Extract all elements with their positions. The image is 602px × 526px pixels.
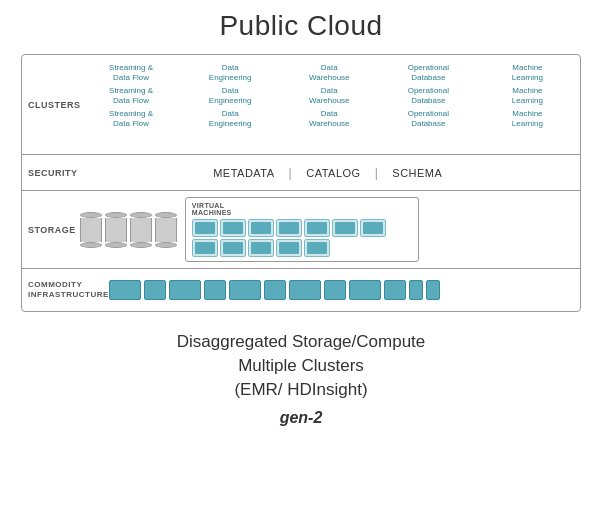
cluster-item: Streaming &Data Flow <box>85 86 178 105</box>
vm-icon <box>248 239 274 257</box>
security-metadata: METADATA <box>213 167 274 179</box>
security-content: METADATA | CATALOG | SCHEMA <box>82 166 574 180</box>
commodity-label: COMMODITYINFRASTRUCTURE <box>28 280 109 301</box>
storage-label: STORAGE <box>28 225 80 235</box>
vm-icon <box>360 219 386 237</box>
vm-icon <box>276 239 302 257</box>
footer-description: Disaggregated Storage/ComputeMultiple Cl… <box>177 330 426 401</box>
bottom-section: Disaggregated Storage/ComputeMultiple Cl… <box>177 330 426 427</box>
storage-content: VIRTUALMACHINES <box>80 197 574 262</box>
commodity-bars <box>109 280 574 300</box>
security-schema: SCHEMA <box>392 167 442 179</box>
commodity-bar <box>169 280 201 300</box>
security-label: SECURITY <box>28 168 82 178</box>
storage-cylinders <box>80 212 177 248</box>
vm-icon <box>220 239 246 257</box>
vm-inner <box>195 222 215 234</box>
vm-inner <box>279 222 299 234</box>
cluster-item: OperationalDatabase <box>382 109 475 128</box>
cluster-item: DataWarehouse <box>283 86 376 105</box>
security-sep-1: | <box>289 166 293 180</box>
clusters-label: CLUSTERS <box>28 63 85 146</box>
cluster-row-1: Streaming &Data Flow DataEngineering Dat… <box>85 63 574 82</box>
commodity-bar <box>324 280 346 300</box>
commodity-bar <box>204 280 226 300</box>
commodity-bar <box>349 280 381 300</box>
cluster-item: DataEngineering <box>184 86 277 105</box>
gen-label: gen-2 <box>177 409 426 427</box>
commodity-bar <box>144 280 166 300</box>
vm-inner <box>279 242 299 254</box>
security-catalog: CATALOG <box>306 167 360 179</box>
commodity-bar <box>109 280 141 300</box>
clusters-row: CLUSTERS Streaming &Data Flow DataEngine… <box>22 55 580 155</box>
diagram-container: CLUSTERS Streaming &Data Flow DataEngine… <box>21 54 581 312</box>
vm-inner <box>335 222 355 234</box>
cylinder-3 <box>130 212 152 248</box>
cylinder-bottom <box>105 242 127 248</box>
vm-inner <box>251 222 271 234</box>
cylinder-2 <box>105 212 127 248</box>
cluster-item: OperationalDatabase <box>382 86 475 105</box>
vm-inner <box>307 222 327 234</box>
vm-inner <box>307 242 327 254</box>
vm-inner <box>223 242 243 254</box>
vm-inner <box>363 222 383 234</box>
cluster-item: Streaming &Data Flow <box>85 63 178 82</box>
cylinder-body <box>80 218 102 242</box>
vm-icon <box>192 239 218 257</box>
cylinder-4 <box>155 212 177 248</box>
storage-row: STORAGE <box>22 191 580 269</box>
vm-icon <box>192 219 218 237</box>
cylinder-body <box>130 218 152 242</box>
cylinder-body <box>105 218 127 242</box>
vm-icon <box>304 219 330 237</box>
clusters-grid: Streaming &Data Flow DataEngineering Dat… <box>85 63 574 146</box>
commodity-bar <box>409 280 423 300</box>
vm-icon <box>220 219 246 237</box>
security-row: SECURITY METADATA | CATALOG | SCHEMA <box>22 155 580 191</box>
vm-icons <box>192 219 412 257</box>
vm-icon <box>332 219 358 237</box>
vm-icon <box>248 219 274 237</box>
cluster-item: DataWarehouse <box>283 109 376 128</box>
vm-section: VIRTUALMACHINES <box>185 197 419 262</box>
vm-inner <box>223 222 243 234</box>
cluster-item: MachineLearning <box>481 86 574 105</box>
page-title: Public Cloud <box>219 10 382 42</box>
cylinder-bottom <box>130 242 152 248</box>
cluster-item: DataWarehouse <box>283 63 376 82</box>
vm-label: VIRTUALMACHINES <box>192 202 232 216</box>
commodity-bar <box>264 280 286 300</box>
cluster-row-2: Streaming &Data Flow DataEngineering Dat… <box>85 86 574 105</box>
cluster-row-3: Streaming &Data Flow DataEngineering Dat… <box>85 109 574 128</box>
commodity-bar <box>426 280 440 300</box>
vm-inner <box>251 242 271 254</box>
cylinder-bottom <box>80 242 102 248</box>
cluster-item: DataEngineering <box>184 63 277 82</box>
cylinder-body <box>155 218 177 242</box>
cluster-item: DataEngineering <box>184 109 277 128</box>
commodity-bar <box>289 280 321 300</box>
commodity-row: COMMODITYINFRASTRUCTURE <box>22 269 580 311</box>
vm-icon <box>304 239 330 257</box>
cluster-item: MachineLearning <box>481 109 574 128</box>
vm-inner <box>195 242 215 254</box>
cylinder-1 <box>80 212 102 248</box>
cluster-item: OperationalDatabase <box>382 63 475 82</box>
security-sep-2: | <box>375 166 379 180</box>
cylinder-bottom <box>155 242 177 248</box>
vm-icon <box>276 219 302 237</box>
commodity-bar <box>229 280 261 300</box>
cluster-item: MachineLearning <box>481 63 574 82</box>
cluster-item: Streaming &Data Flow <box>85 109 178 128</box>
commodity-bar <box>384 280 406 300</box>
